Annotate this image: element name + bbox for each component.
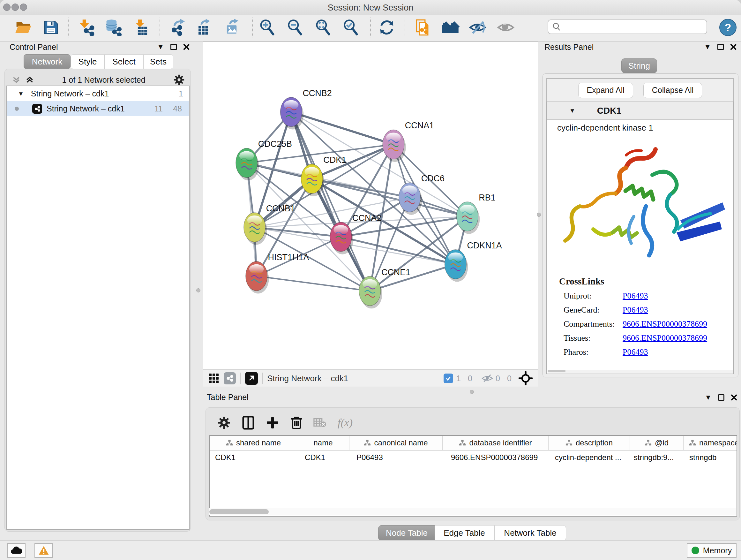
network-collection-label: String Network – cdk1: [31, 89, 109, 98]
refresh-layout-icon[interactable]: [378, 16, 396, 39]
gene-expanded-icon[interactable]: ▼: [569, 107, 576, 114]
open-session-icon[interactable]: [14, 16, 32, 39]
show-columns-icon[interactable]: [242, 416, 255, 430]
status-bar: Memory: [0, 540, 741, 560]
col-database-identifier[interactable]: database identifier: [443, 436, 549, 450]
tab-string-results[interactable]: String: [621, 58, 657, 73]
tab-network-table[interactable]: Network Table: [494, 525, 566, 541]
compartments-link[interactable]: 9606.ENSP00000378699: [623, 319, 707, 329]
grid-view-icon[interactable]: [208, 373, 219, 384]
table-panel-close-icon[interactable]: [731, 394, 737, 401]
network-row-label: String Network – cdk1: [47, 104, 125, 113]
zoom-out-icon[interactable]: [286, 16, 304, 39]
col-id[interactable]: @id: [630, 436, 684, 450]
network-type-icon: [32, 104, 42, 114]
warnings-button[interactable]: [35, 543, 53, 558]
main-toolbar: ?: [0, 15, 741, 42]
bottom-splitter-grip[interactable]: [470, 390, 474, 394]
export-table-icon[interactable]: [195, 16, 213, 39]
table-hscroll-thumb[interactable]: [209, 509, 269, 514]
home-networks-icon[interactable]: [442, 16, 460, 39]
zoom-fit-icon[interactable]: [314, 16, 332, 39]
copy-network-icon[interactable]: [414, 16, 432, 39]
clear-table-icon[interactable]: [313, 417, 327, 428]
expand-all-button[interactable]: Expand All: [578, 83, 633, 98]
tab-node-table[interactable]: Node Table: [378, 525, 435, 541]
add-column-icon[interactable]: [266, 416, 279, 429]
control-panel-float-icon[interactable]: [171, 44, 177, 50]
gene-section-header[interactable]: ▼ CDK1: [547, 102, 733, 120]
delete-column-icon[interactable]: [290, 416, 302, 430]
pharos-link[interactable]: P06493: [623, 348, 648, 357]
tab-edge-table[interactable]: Edge Table: [434, 525, 494, 541]
import-network-from-database-icon[interactable]: [105, 16, 122, 39]
fit-selection-crosshair-icon[interactable]: [519, 371, 533, 385]
network-graph: CCNB2CCNA1CDC25BCDK1CDC6RB1CCNB1CCNA2CDK…: [203, 42, 538, 369]
col-namespace[interactable]: namespace: [684, 436, 737, 450]
export-network-icon[interactable]: [170, 16, 188, 39]
control-panel-close-icon[interactable]: [183, 44, 190, 50]
network-row[interactable]: String Network – cdk1 11 48: [7, 101, 189, 116]
table-row[interactable]: CDK1 CDK1 P06493 9606.ENSP00000378699 cy…: [210, 450, 737, 464]
tab-sets[interactable]: Sets: [143, 54, 173, 69]
network-badge-icon[interactable]: [224, 372, 236, 384]
crosslinks-title: CrossLinks: [559, 276, 733, 287]
network-collection-row[interactable]: ▼ String Network – cdk1 1: [7, 86, 189, 101]
import-table-icon[interactable]: [132, 16, 150, 39]
right-splitter-grip[interactable]: [537, 212, 541, 217]
help-button[interactable]: ?: [719, 19, 737, 36]
hidden-counts: 0 - 0: [495, 374, 512, 383]
network-options-gear-icon[interactable]: [174, 74, 185, 85]
tab-network[interactable]: Network: [23, 54, 71, 69]
col-shared-name[interactable]: shared name: [210, 436, 297, 450]
results-buttons-box: Expand All Collapse All: [546, 78, 734, 102]
tissues-link[interactable]: 9606.ENSP00000378699: [623, 333, 707, 343]
svg-text:CCNB1: CCNB1: [266, 204, 295, 213]
genecard-link[interactable]: P06493: [623, 305, 648, 315]
birds-eye-view-icon[interactable]: [245, 372, 258, 385]
expand-all-networks-icon[interactable]: [25, 76, 34, 84]
search-icon: [552, 22, 561, 31]
table-options-gear-icon[interactable]: [218, 416, 230, 429]
control-panel: Control Panel ▼ Network Style Select Set…: [4, 42, 194, 538]
left-splitter-grip[interactable]: [196, 288, 200, 293]
col-canonical-name[interactable]: canonical name: [349, 436, 443, 450]
col-name[interactable]: name: [297, 436, 349, 450]
table-hscrollbar[interactable]: [209, 508, 736, 515]
results-panel-menu-icon[interactable]: ▼: [704, 44, 711, 51]
crosslink-row: Compartments:9606.ENSP00000378699: [559, 319, 733, 329]
search-input[interactable]: [561, 22, 699, 32]
col-description[interactable]: description: [549, 436, 630, 450]
control-panel-menu-icon[interactable]: ▼: [157, 44, 164, 51]
crosslink-row: Pharos:P06493: [559, 348, 733, 357]
selected-checkbox-icon[interactable]: [444, 374, 453, 383]
results-panel-close-icon[interactable]: [730, 44, 737, 50]
search-box[interactable]: [548, 19, 707, 34]
svg-text:CDC25B: CDC25B: [258, 139, 292, 149]
hide-show-icon[interactable]: [469, 16, 487, 39]
network-canvas[interactable]: CCNB2CCNA1CDC25BCDK1CDC6RB1CCNB1CCNA2CDK…: [203, 42, 538, 370]
results-panel-float-icon[interactable]: [718, 44, 724, 50]
table-panel-menu-icon[interactable]: ▼: [704, 394, 712, 401]
results-hscrollbar[interactable]: [548, 370, 733, 373]
import-network-icon[interactable]: [77, 16, 95, 39]
save-session-icon[interactable]: [42, 16, 60, 39]
zoom-in-icon[interactable]: [259, 16, 276, 39]
collapse-all-networks-icon[interactable]: [12, 76, 20, 84]
export-image-icon[interactable]: [224, 16, 242, 39]
tree-expanded-icon[interactable]: ▼: [18, 90, 24, 98]
memory-button[interactable]: Memory: [687, 543, 737, 558]
zoom-selected-icon[interactable]: [342, 16, 360, 39]
tab-select[interactable]: Select: [105, 54, 143, 69]
collapse-all-button[interactable]: Collapse All: [643, 83, 702, 98]
cloud-button[interactable]: [7, 543, 25, 558]
table-panel-float-icon[interactable]: [718, 394, 724, 401]
title-bar: Session: New Session: [0, 0, 741, 15]
function-builder-icon: f(x): [338, 417, 353, 429]
warning-icon: [38, 546, 49, 555]
show-graphics-icon[interactable]: [497, 16, 515, 39]
tab-style[interactable]: Style: [71, 54, 105, 69]
node-table[interactable]: shared name name canonical name database…: [209, 435, 737, 516]
uniprot-link[interactable]: P06493: [623, 291, 648, 301]
network-selection-summary: 1 of 1 Network selected: [34, 75, 174, 84]
